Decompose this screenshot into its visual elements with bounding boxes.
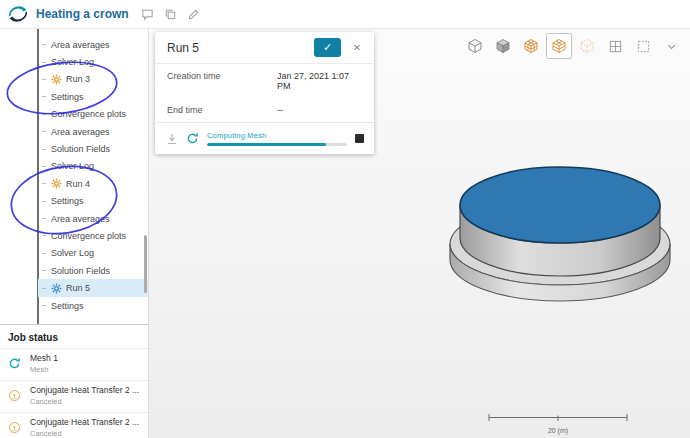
tree-item-convergence-plots-run4[interactable]: − Convergence plots xyxy=(0,227,148,244)
collapse-icon[interactable]: − xyxy=(42,40,51,49)
collapse-icon[interactable]: − xyxy=(42,110,51,119)
mesh-cube-faded-icon[interactable] xyxy=(574,33,600,59)
tree-item-solver-log-run4[interactable]: − Solver Log xyxy=(0,245,148,262)
collapse-icon[interactable]: − xyxy=(42,92,51,101)
grid-icon[interactable] xyxy=(602,33,628,59)
tree-item-run-5[interactable]: − Run 5 xyxy=(0,279,148,296)
comment-icon[interactable] xyxy=(141,7,155,21)
end-time-label: End time xyxy=(167,105,277,115)
job-status-panel: Job status Mesh 1 Mesh ! Conjugate Heat … xyxy=(0,324,148,438)
tree-item-label: Convergence plots xyxy=(51,231,126,241)
simulation-tree: − Area averages − Solver Log − Run 3 − S… xyxy=(0,28,148,324)
cube-wire-icon[interactable] xyxy=(462,33,488,59)
collapse-icon[interactable]: − xyxy=(42,75,51,84)
job-status-text: Canceled xyxy=(30,397,142,406)
tree-item-area-averages-1[interactable]: − Area averages xyxy=(0,36,148,53)
end-time-row: End time -- xyxy=(155,98,374,122)
project-title: Heating a crown xyxy=(36,7,129,21)
collapse-icon[interactable]: − xyxy=(42,179,51,188)
sync-icon[interactable] xyxy=(186,132,199,145)
tree-item-label: Solver Log xyxy=(51,57,94,67)
download-icon[interactable] xyxy=(165,132,178,145)
job-item-cht-2b[interactable]: ! Conjugate Heat Transfer 2 ... Canceled xyxy=(0,412,148,438)
tree-item-settings-run4[interactable]: − Settings xyxy=(0,193,148,210)
progress-label: Computing Mesh xyxy=(207,131,347,140)
job-status-text: Mesh xyxy=(30,365,142,374)
end-time-value: -- xyxy=(277,105,283,115)
confirm-button[interactable]: ✓ xyxy=(314,38,341,57)
copy-icon[interactable] xyxy=(164,7,178,21)
cube-shaded-icon[interactable] xyxy=(490,33,516,59)
tree-item-label: Solver Log xyxy=(51,161,94,171)
tree-item-label: Solution Fields xyxy=(51,266,110,276)
tree-item-area-averages-run3[interactable]: − Area averages xyxy=(0,123,148,140)
left-panel: − Area averages − Solver Log − Run 3 − S… xyxy=(0,28,149,438)
edit-pencil-icon[interactable] xyxy=(187,7,201,21)
close-button[interactable]: ✕ xyxy=(348,39,366,57)
progress-bar-wrap: Computing Mesh xyxy=(207,131,347,146)
collapse-icon[interactable]: − xyxy=(42,231,51,240)
tree-item-solution-fields-run4[interactable]: − Solution Fields xyxy=(0,262,148,279)
collapse-icon[interactable]: − xyxy=(42,127,51,136)
run-card-header: Run 5 ✓ ✕ xyxy=(155,32,374,64)
viewport-toolbar xyxy=(462,33,684,59)
tree-item-label: Settings xyxy=(51,196,84,206)
progress-bar xyxy=(207,143,347,146)
scale-bar-line xyxy=(488,413,628,422)
tree-item-label: Run 4 xyxy=(66,179,90,189)
job-item-mesh-1[interactable]: Mesh 1 Mesh xyxy=(0,348,148,380)
scale-bar: 20 (m) xyxy=(488,408,628,434)
tree-item-label: Solution Fields xyxy=(51,144,110,154)
tree-item-label: Solver Log xyxy=(51,248,94,258)
tree-item-solver-log-run3[interactable]: − Solver Log xyxy=(0,158,148,175)
gear-icon xyxy=(51,283,63,294)
warning-icon: ! xyxy=(8,389,21,402)
collapse-icon[interactable]: − xyxy=(42,58,51,67)
mesh-region-icon[interactable] xyxy=(546,33,572,59)
job-status-title: Job status xyxy=(0,325,148,348)
mesh-cube-icon[interactable] xyxy=(518,33,544,59)
scale-bar-label: 20 (m) xyxy=(488,427,628,434)
top-bar: Heating a crown xyxy=(0,0,690,29)
tree-item-solver-log-1[interactable]: − Solver Log xyxy=(0,53,148,70)
app-logo-icon xyxy=(8,4,28,24)
job-name: Conjugate Heat Transfer 2 ... xyxy=(30,417,142,427)
collapse-icon[interactable]: − xyxy=(42,197,51,206)
tree-item-run-3[interactable]: − Run 3 xyxy=(0,71,148,88)
tree-item-label: Run 3 xyxy=(66,74,90,84)
title-actions xyxy=(141,7,201,21)
run-card-title: Run 5 xyxy=(167,41,314,55)
gear-icon xyxy=(51,178,63,189)
tree-item-label: Convergence plots xyxy=(51,109,126,119)
tree-item-label: Run 5 xyxy=(66,283,90,293)
select-region-icon[interactable] xyxy=(630,33,656,59)
collapse-icon[interactable]: − xyxy=(42,249,51,258)
tree-item-area-averages-run4[interactable]: − Area averages xyxy=(0,210,148,227)
tree-item-solution-fields-run3[interactable]: − Solution Fields xyxy=(0,140,148,157)
tree-item-label: Area averages xyxy=(51,127,110,137)
progress-fill xyxy=(207,143,326,146)
gear-icon xyxy=(51,74,63,85)
collapse-icon[interactable]: − xyxy=(42,284,51,293)
tree-item-label: Settings xyxy=(51,301,84,311)
chevron-down-icon[interactable] xyxy=(658,33,684,59)
warning-icon: ! xyxy=(8,421,21,434)
run-details-card: Run 5 ✓ ✕ Creation time Jan 27, 2021 1:0… xyxy=(155,32,374,154)
tree-item-convergence-plots-run3[interactable]: − Convergence plots xyxy=(0,106,148,123)
tree-item-run-4[interactable]: − Run 4 xyxy=(0,175,148,192)
tree-scrollbar[interactable] xyxy=(144,235,147,293)
collapse-icon[interactable]: − xyxy=(42,162,51,171)
tree-item-settings-run5[interactable]: − Settings xyxy=(0,297,148,314)
collapse-icon[interactable]: − xyxy=(42,214,51,223)
job-name: Conjugate Heat Transfer 2 ... xyxy=(30,385,142,395)
creation-time-label: Creation time xyxy=(167,71,277,91)
collapse-icon[interactable]: − xyxy=(42,301,51,310)
3d-model-disc[interactable] xyxy=(435,150,685,330)
collapse-icon[interactable]: − xyxy=(42,145,51,154)
tree-item-settings-run3[interactable]: − Settings xyxy=(0,88,148,105)
job-name: Mesh 1 xyxy=(30,353,142,363)
stop-button[interactable] xyxy=(355,134,364,143)
creation-time-value: Jan 27, 2021 1:07 PM xyxy=(277,71,362,91)
job-item-cht-2a[interactable]: ! Conjugate Heat Transfer 2 ... Canceled xyxy=(0,380,148,412)
collapse-icon[interactable]: − xyxy=(42,266,51,275)
